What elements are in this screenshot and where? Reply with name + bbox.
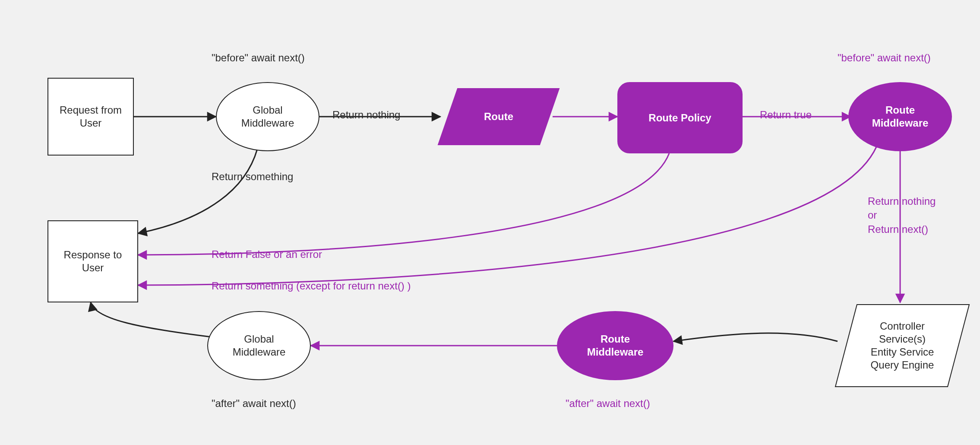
annotation-before-await-next-top: "before" await next() [212, 52, 305, 64]
edge-label-return-something-except-next: Return something (except for return next… [212, 280, 411, 292]
edge-label-return-true: Return true [760, 109, 812, 121]
node-route-middleware-bottom: Route Middleware [557, 311, 673, 380]
edge-label-return-nothing: Return nothing [332, 109, 400, 121]
node-global-middleware-top: Global Middleware [216, 82, 319, 151]
node-global-middleware-bottom: Global Middleware [207, 311, 311, 380]
node-route-middleware-top: Route Middleware [848, 82, 952, 151]
diagram-canvas: Request from User Global Middleware "bef… [0, 0, 980, 445]
edge-label-return-nothing-or-next: Return nothing or Return next() [868, 194, 936, 236]
annotation-before-await-next-right: "before" await next() [838, 52, 931, 64]
edge-label-return-false-error: Return False or an error [212, 248, 322, 261]
node-controller-stack [833, 302, 971, 389]
svg-marker-0 [438, 89, 559, 145]
node-route-middleware-top-label: Route Middleware [866, 101, 935, 132]
edge-globalmw2-to-response [91, 302, 212, 337]
edge-globalmw-to-response [138, 149, 257, 233]
node-route-middleware-bottom-label: Route Middleware [581, 330, 650, 361]
annotation-after-await-next-right: "after" await next() [566, 397, 650, 410]
annotation-after-await-next-left: "after" await next() [212, 397, 296, 410]
node-route-policy-label: Route Policy [642, 109, 717, 127]
svg-marker-1 [835, 305, 969, 387]
node-global-middleware-top-label: Global Middleware [235, 101, 300, 132]
node-global-middleware-bottom-label: Global Middleware [227, 330, 292, 361]
edge-controller-to-routemw2 [673, 333, 838, 341]
node-response-to-user-label: Response to User [58, 246, 128, 277]
edge-label-return-something: Return something [212, 171, 293, 183]
edge-routemw-to-response [138, 147, 876, 285]
node-request-from-user-label: Request from User [54, 101, 128, 132]
edge-policy-to-response [138, 153, 669, 255]
node-request-from-user: Request from User [47, 78, 134, 156]
node-route [436, 86, 561, 147]
node-response-to-user: Response to User [47, 220, 138, 302]
node-route-policy: Route Policy [617, 82, 743, 153]
